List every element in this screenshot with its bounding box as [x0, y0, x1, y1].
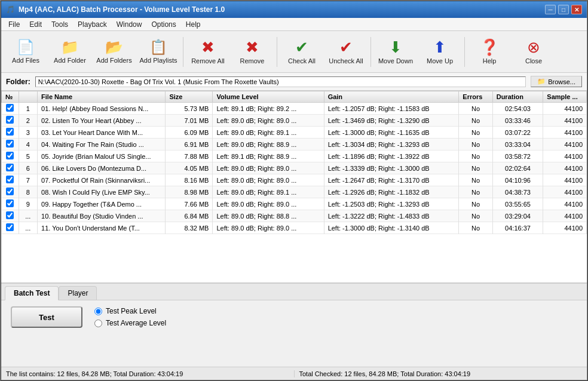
row-checkbox[interactable]	[6, 199, 14, 207]
table-row[interactable]: 6 06. Like Lovers Do (Montezuma D... 4.0…	[2, 162, 587, 174]
row-gain: Left: -1.3000 dB; Right: -1.3140 dB	[324, 222, 459, 234]
move-up-button[interactable]: ⬆ Move Up	[419, 34, 461, 70]
col-errors[interactable]: Errors	[459, 91, 492, 103]
table-row[interactable]: 7 07. Pocketful Of Rain (Skinnarviksri..…	[2, 174, 587, 186]
row-checkbox[interactable]	[6, 140, 14, 148]
titlebar-close-button[interactable]: ✕	[571, 5, 582, 14]
status-right: Total Checked: 12 files, 84.28 MB; Total…	[295, 370, 587, 377]
col-volume[interactable]: Volume Level	[213, 91, 324, 103]
check-all-button[interactable]: ✔ Check All	[281, 34, 323, 70]
radio-average[interactable]	[94, 319, 102, 327]
add-playlists-button[interactable]: 📋 Add Playlists	[137, 34, 179, 70]
row-errors: No	[459, 222, 492, 234]
row-filename: 04. Waiting For The Rain (Studio ...	[38, 139, 166, 150]
row-checkbox-cell[interactable]	[2, 210, 19, 222]
row-errors: No	[459, 115, 492, 127]
table-row[interactable]: 5 05. Joyride (Brian Malouf US Single...…	[2, 150, 587, 162]
table-row[interactable]: 4 04. Waiting For The Rain (Studio ... 6…	[2, 139, 587, 150]
table-row[interactable]: ... 11. You Don't Understand Me (T... 8.…	[2, 222, 587, 234]
col-sample[interactable]: Sample ...	[543, 91, 587, 103]
menu-playback[interactable]: Playback	[73, 19, 112, 30]
menu-options[interactable]: Options	[146, 19, 180, 30]
menu-edit[interactable]: Edit	[24, 19, 47, 30]
row-checkbox-cell[interactable]	[2, 222, 19, 234]
menu-help[interactable]: Help	[181, 19, 206, 30]
uncheck-all-button[interactable]: ✔ Uncheck All	[325, 34, 367, 70]
browse-button[interactable]: 📁 Browse...	[531, 76, 582, 87]
col-gain[interactable]: Gain	[324, 91, 459, 103]
row-duration: 04:16:37	[492, 222, 543, 234]
row-checkbox[interactable]	[6, 176, 14, 183]
row-checkbox-cell[interactable]	[2, 115, 19, 127]
remove-button[interactable]: ✖ Remove	[231, 34, 273, 70]
move-down-button[interactable]: ⬇ Move Down	[375, 34, 416, 70]
status-bar: The list contains: 12 files, 84.28 MB; T…	[1, 367, 587, 380]
row-checkbox-cell[interactable]	[2, 103, 19, 115]
tab-batch-test[interactable]: Batch Test	[5, 286, 59, 300]
row-size: 7.66 MB	[166, 198, 213, 210]
help-button[interactable]: ❓ Help	[468, 34, 510, 70]
row-filename: 08. Wish I Could Fly (Live EMP Sky...	[38, 186, 166, 198]
row-num: ...	[19, 210, 38, 222]
row-checkbox-cell[interactable]	[2, 174, 19, 186]
row-checkbox[interactable]	[6, 116, 14, 124]
row-checkbox-cell[interactable]	[2, 162, 19, 174]
file-table-body: 1 01. Help! (Abbey Road Sessions N... 5.…	[2, 103, 587, 234]
table-row[interactable]: 2 02. Listen To Your Heart (Abbey ... 7.…	[2, 115, 587, 127]
row-num: 8	[19, 186, 38, 198]
row-checkbox[interactable]	[6, 188, 14, 195]
table-row[interactable]: ... 10. Beautiful Boy (Studio Vinden ...…	[2, 210, 587, 222]
close-button[interactable]: ⊗ Close	[513, 34, 555, 70]
row-checkbox[interactable]	[6, 223, 14, 231]
add-files-icon: 📄	[17, 40, 35, 54]
row-errors: No	[459, 150, 492, 162]
row-checkbox[interactable]	[6, 152, 14, 159]
menu-tools[interactable]: Tools	[47, 19, 73, 30]
add-files-button[interactable]: 📄 Add Files	[5, 34, 47, 70]
file-table-container[interactable]: № File Name Size Volume Level Gain Error…	[1, 91, 587, 283]
add-folders-button[interactable]: 📂 Add Folders	[93, 34, 135, 70]
minimize-button[interactable]: ─	[545, 5, 556, 14]
row-duration: 03:07:22	[492, 127, 543, 139]
row-checkbox-cell[interactable]	[2, 127, 19, 139]
row-checkbox[interactable]	[6, 164, 14, 171]
row-checkbox-cell[interactable]	[2, 150, 19, 162]
row-num: ...	[19, 222, 38, 234]
row-checkbox[interactable]	[6, 128, 14, 136]
col-duration[interactable]: Duration	[492, 91, 543, 103]
radio-peak[interactable]	[94, 308, 102, 315]
radio-peak-label[interactable]: Test Peak Level	[94, 307, 166, 315]
tab-player[interactable]: Player	[59, 286, 97, 300]
col-filename[interactable]: File Name	[38, 91, 166, 103]
col-size[interactable]: Size	[166, 91, 213, 103]
add-folder-button[interactable]: 📁 Add Folder	[49, 34, 91, 70]
table-row[interactable]: 8 08. Wish I Could Fly (Live EMP Sky... …	[2, 186, 587, 198]
test-button[interactable]: Test	[11, 306, 82, 328]
check-all-icon: ✔	[295, 39, 308, 55]
row-duration: 04:38:73	[492, 186, 543, 198]
app-title: Mp4 (AAC, ALAC) Batch Processor - Volume…	[19, 5, 225, 14]
row-volume: Left: 89.0 dB; Right: 89.0 ...	[213, 162, 324, 174]
table-row[interactable]: 9 09. Happy Together (T&A Demo ... 7.66 …	[2, 198, 587, 210]
maximize-button[interactable]: □	[558, 5, 569, 14]
radio-average-label[interactable]: Test Average Level	[94, 319, 166, 327]
row-duration: 03:58:72	[492, 150, 543, 162]
row-checkbox[interactable]	[6, 211, 14, 219]
row-gain: Left: -1.3222 dB; Right: -1.4833 dB	[324, 210, 459, 222]
remove-label: Remove	[240, 57, 265, 64]
menu-window[interactable]: Window	[112, 19, 147, 30]
row-sample: 44100	[543, 103, 587, 115]
row-checkbox-cell[interactable]	[2, 198, 19, 210]
table-row[interactable]: 1 01. Help! (Abbey Road Sessions N... 5.…	[2, 103, 587, 115]
row-volume: Left: 89.0 dB; Right: 89.1 ...	[213, 186, 324, 198]
remove-all-button[interactable]: ✖ Remove All	[187, 34, 229, 70]
row-checkbox-cell[interactable]	[2, 139, 19, 150]
row-checkbox-cell[interactable]	[2, 186, 19, 198]
row-gain: Left: -1.1896 dB; Right: -1.3922 dB	[324, 150, 459, 162]
row-sample: 44100	[543, 150, 587, 162]
row-filename: 02. Listen To Your Heart (Abbey ...	[38, 115, 166, 127]
menu-file[interactable]: File	[4, 19, 24, 30]
table-row[interactable]: 3 03. Let Your Heart Dance With M... 6.0…	[2, 127, 587, 139]
row-num: 2	[19, 115, 38, 127]
row-checkbox[interactable]	[6, 104, 14, 112]
